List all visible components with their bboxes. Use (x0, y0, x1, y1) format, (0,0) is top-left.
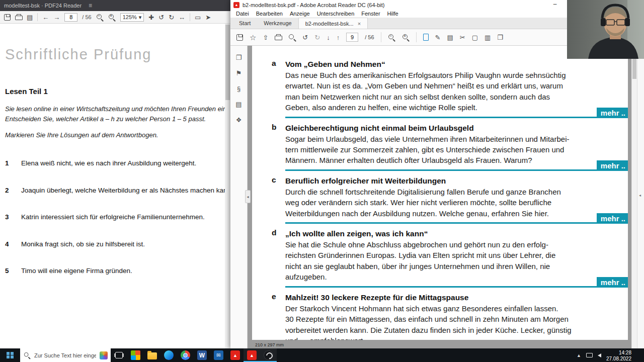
file-explorer-icon (147, 352, 157, 359)
print-icon[interactable] (15, 14, 22, 21)
clock-date: 27.08.2022 (606, 356, 631, 362)
zoom-out-icon[interactable]: − (96, 14, 104, 21)
find-icon[interactable] (288, 34, 296, 41)
pinned-edge-button[interactable] (160, 348, 177, 362)
menu-fenster[interactable]: Fenster (358, 11, 383, 17)
tools-panel-strip[interactable]: ◂ (637, 46, 644, 348)
person-number: 2 (5, 187, 21, 194)
pinned-chrome-button[interactable] (177, 348, 194, 362)
volume-icon[interactable] (598, 353, 601, 357)
person-item-2: 2Joaquin überlegt, welche Weiterbildung … (5, 187, 230, 194)
compare-icon[interactable]: ❐ (497, 34, 503, 41)
crop-icon[interactable]: ✂ (460, 34, 465, 41)
tray-expand-icon[interactable]: ▲ (577, 353, 581, 358)
person-text: Monika fragt sich, ob sie zu hilfsbereit… (21, 240, 145, 248)
taskbar-clock[interactable]: 14:28 27.08.2022 (606, 349, 632, 361)
bookmarks-icon[interactable]: ⚑ (236, 69, 242, 77)
person-number: 1 (5, 159, 21, 167)
pan-icon[interactable]: ✚ (148, 14, 154, 21)
page-total-label: / 56 (365, 34, 374, 40)
forward-icon[interactable]: → (53, 14, 60, 21)
article-letter: a (272, 59, 276, 68)
article-b: b Gleichberechtigung nicht einmal beim U… (252, 123, 628, 171)
toolbar-divider (190, 13, 190, 21)
search-highlights-icon[interactable] (100, 351, 108, 359)
task-view-button[interactable] (111, 348, 127, 362)
page-thumbnails-icon[interactable]: ▤ (27, 14, 33, 21)
chrome-icon (181, 350, 190, 360)
next-view-icon[interactable]: ↻ (314, 34, 320, 41)
hamburger-menu-icon[interactable]: ≡ (89, 2, 92, 9)
pinned-mail-button[interactable]: ✉ (210, 348, 227, 362)
acrobat-scrollbar[interactable] (631, 46, 637, 348)
taskbar-search-box[interactable]: Zur Suche Text hier eingeben (20, 348, 111, 362)
menu-unterschreiben[interactable]: Unterschreiben (313, 11, 358, 17)
presenter-video (567, 0, 644, 59)
toolbar-divider (381, 32, 381, 42)
organize-pages-icon[interactable]: ▥ (485, 34, 491, 41)
pdf24-titlebar[interactable]: modelltest-bsk · PDF24 Reader ≡ (0, 0, 230, 11)
export-pdf-icon[interactable] (423, 34, 429, 41)
measure-icon[interactable]: ↔ (179, 14, 185, 21)
display-icon[interactable] (586, 353, 593, 357)
menu-hilfe[interactable]: Hilfe (384, 11, 402, 17)
article-divider: mehr .. (285, 213, 628, 224)
open-tools-panel-icon[interactable]: ◂ (639, 193, 641, 198)
zoom-in-icon[interactable]: + (402, 34, 410, 41)
page-canvas: a Vom „Geben und Nehmen“ Das neue Buch d… (248, 46, 631, 348)
back-icon[interactable]: ← (42, 14, 49, 21)
previous-view-icon[interactable]: ↺ (302, 34, 308, 41)
page-up-icon[interactable]: ↑ (337, 34, 340, 41)
pinned-acrobat-button[interactable]: ▲ (227, 348, 244, 362)
rotate-right-icon[interactable]: ↻ (169, 14, 174, 21)
rotate-left-icon[interactable]: ↺ (158, 14, 164, 21)
attachments-icon[interactable]: § (237, 85, 240, 93)
comment-icon[interactable]: ▤ (447, 34, 453, 41)
article-body: Der Starkoch Vincent Hohmann hat sich et… (285, 303, 628, 340)
print-icon[interactable] (275, 34, 282, 41)
menu-datei[interactable]: Datei (232, 11, 253, 17)
person-text: Timo will eine eigene Firma gründen. (21, 267, 132, 275)
layers-icon[interactable]: ▤ (235, 101, 242, 108)
start-button[interactable] (0, 348, 20, 362)
person-item-5: 5Timo will eine eigene Firma gründen. (5, 267, 230, 275)
article-title: Vom „Geben und Nehmen“ (285, 59, 628, 70)
close-tab-icon[interactable]: × (358, 21, 361, 27)
zoom-level-select[interactable]: 125%▾ (120, 13, 144, 22)
pinned-explorer-button[interactable] (144, 348, 160, 362)
page-down-icon[interactable]: ↓ (327, 34, 330, 41)
menu-anzeige[interactable]: Anzeige (286, 11, 313, 17)
tab-werkzeuge[interactable]: Werkzeuge (257, 18, 298, 29)
collapse-sidebar-button[interactable]: ◂ (245, 190, 251, 203)
tab-start[interactable]: Start (232, 18, 257, 29)
pinned-word-button[interactable]: W (194, 348, 210, 362)
save-icon[interactable] (236, 34, 243, 41)
page-number-input[interactable] (64, 13, 77, 22)
zoom-in-icon[interactable]: + (108, 14, 116, 21)
cursor-icon[interactable]: ➤ (205, 14, 211, 21)
blank-page-icon[interactable]: ▢ (472, 34, 478, 41)
scrollbar-thumb[interactable] (225, 25, 230, 100)
zoom-level-value: 125% (123, 14, 137, 20)
running-acrobat-button[interactable]: ▲ (244, 348, 260, 362)
menu-bearbeiten[interactable]: Bearbeiten (253, 11, 286, 17)
tab-document[interactable]: b2-modelltest-bsk... × (298, 18, 368, 29)
page-thumbnails-icon[interactable]: ❐ (236, 54, 242, 61)
page-number-input[interactable] (346, 33, 358, 42)
save-icon[interactable] (4, 14, 11, 21)
running-obs-button[interactable] (260, 348, 277, 362)
pdf24-scrollbar[interactable] (225, 24, 230, 348)
share-icon[interactable]: ⇧ (263, 34, 268, 41)
tags-icon[interactable]: ❖ (236, 116, 242, 124)
star-icon[interactable]: ☆ (250, 34, 256, 41)
person-item-4: 4Monika fragt sich, ob sie zu hilfsberei… (5, 240, 230, 248)
pinned-photos-button[interactable] (127, 348, 144, 362)
acrobat-icon: ▲ (247, 350, 257, 360)
minimize-button[interactable]: – (547, 0, 562, 10)
edit-icon[interactable]: ✎ (435, 34, 441, 41)
article-c: c Beruflich erfolgreicher mit Weiterbild… (252, 175, 628, 224)
page-size-label: 210 x 297 mm (255, 342, 284, 347)
zoom-out-icon[interactable]: − (388, 34, 395, 41)
select-area-icon[interactable]: ▭ (195, 14, 201, 21)
document-heading: Schriftliche Prüfung (5, 46, 151, 63)
